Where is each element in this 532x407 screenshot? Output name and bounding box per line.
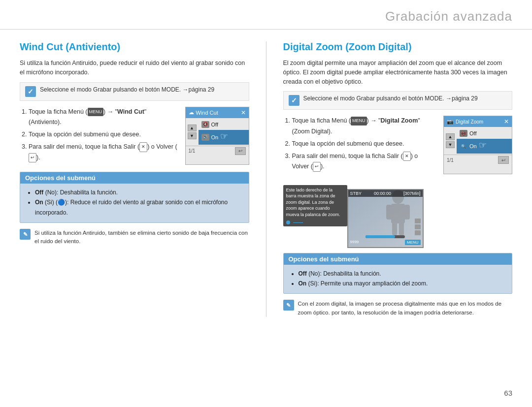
digital-zoom-option-on: On (Si): Permite una mayor ampliación de… [299, 279, 505, 288]
digital-zoom-off-label: Off [469, 130, 476, 136]
camera-zoom-fill [366, 235, 395, 238]
svg-rect-4 [392, 222, 397, 235]
digital-zoom-back-btn[interactable]: ↩ [498, 156, 509, 164]
digital-zoom-arrow-up[interactable]: ▲ [446, 133, 455, 140]
wind-cut-menu-header: ☁ Wind Cut ✕ [186, 107, 249, 118]
digital-zoom-title: Digital Zoom (Zoom Digital) [283, 41, 513, 53]
digital-zoom-steps: Toque la ficha Menú (MENU) → "Digital Zo… [283, 116, 437, 174]
wind-cut-menu-items: 🔇 Off 🔊 On ☞ [199, 118, 249, 146]
camera-icon-1 [415, 219, 421, 223]
wind-cut-step-1: Toque la ficha Menú (MENU) → "Wind Cut" … [29, 107, 178, 128]
wind-cut-option-off: Off (No): Deshabilita la función. [35, 188, 242, 197]
svg-rect-3 [404, 205, 410, 219]
wind-cut-menu-ui: ☁ Wind Cut ✕ ▲ ▼ 🔇 Off [185, 107, 249, 165]
camera-remaining: [307Min] [403, 191, 421, 196]
svg-rect-1 [391, 204, 405, 223]
wind-cut-step-3: Para salir del menú, toque la ficha Sali… [29, 142, 178, 163]
camera-screen: STBY 00:00:00 [307Min] 9999 MENU [347, 189, 424, 248]
menu-title-icon: ☁ [189, 109, 194, 116]
digital-zoom-mode-note: ✓ Seleccione el modo Grabar pulsando el … [283, 91, 513, 110]
page-title: Grabación avanzada [385, 9, 512, 24]
digital-zoom-mode-text: Seleccione el modo Grabar pulsando el bo… [303, 95, 478, 102]
wind-cut-off-label: Off [211, 122, 218, 127]
tooltip-connector [286, 220, 344, 224]
digital-zoom-section: Digital Zoom (Zoom Digital) El zoom digi… [283, 41, 513, 317]
wind-cut-section: Wind Cut (Antiviento) Si utiliza la func… [20, 41, 249, 317]
wind-cut-option-on: On (Si) (🔵): Reduce el ruido del viento … [35, 197, 242, 218]
camera-screen-inner [348, 190, 423, 247]
wind-cut-off-icon: 🔇 [201, 121, 209, 128]
wind-cut-menu-body: ▲ ▼ 🔇 Off 🔊 On ☞ [186, 118, 249, 146]
digital-zoom-menu-close[interactable]: ✕ [504, 118, 509, 125]
wind-cut-intro: Si utiliza la función Antiruido, puede r… [20, 59, 249, 77]
wind-cut-steps: Toque la ficha Menú (MENU) → "Wind Cut" … [20, 107, 178, 165]
wind-cut-on-label: On [211, 134, 219, 140]
digital-zoom-menu-item-off[interactable]: 📵 Off [457, 128, 512, 139]
digital-zoom-steps-area: Toque la ficha Menú (MENU) → "Digital Zo… [283, 116, 513, 174]
column-divider [266, 41, 266, 317]
digital-zoom-step-2: Toque la opción del submenú que desee. [292, 139, 437, 149]
wind-cut-mode-note: ✓ Seleccione el modo Grabar pulsando el … [20, 82, 249, 101]
finger-on: ☞ [220, 131, 228, 142]
camera-sidebar-icons [415, 219, 421, 235]
camera-zoom-bar [366, 235, 405, 238]
wind-cut-menu-close[interactable]: ✕ [241, 109, 246, 116]
digital-zoom-off-icon: 📵 [460, 130, 467, 137]
wind-cut-menu-title: Wind Cut [196, 110, 241, 116]
digital-zoom-intro: El zoom digital permite una mayor amplia… [283, 59, 513, 86]
wind-cut-on-icon: 🔊 [201, 134, 209, 141]
digital-zoom-option-off: Off (No): Deshabilita la función. [299, 269, 505, 279]
page-header: Grabación avanzada [0, 0, 532, 30]
camera-icon-2 [415, 224, 421, 229]
digital-zoom-bottom-note-text: Con el zoom digital, la imagen se proces… [298, 300, 513, 317]
digital-zoom-page: 1/1 [447, 157, 454, 163]
camera-stby: STBY [350, 191, 362, 196]
digital-zoom-on-label: On [469, 143, 477, 149]
note-icon-pencil: ✎ [20, 229, 31, 240]
zoom-tooltip: Este lado derecho de la barra muestra la… [283, 185, 347, 227]
digital-zoom-submenu-title: Opciones del submenú [284, 253, 512, 265]
wind-cut-submenu-box: Opciones del submenú Off (No): Deshabili… [20, 172, 249, 223]
digital-zoom-step-1: Toque la ficha Menú (MENU) → "Digital Zo… [292, 116, 437, 137]
digital-zoom-menu-arrows: ▲ ▼ [444, 127, 457, 155]
wind-cut-title: Wind Cut (Antiviento) [20, 41, 249, 53]
wind-cut-menu-item-on[interactable]: 🔊 On ☞ [199, 130, 249, 145]
note-icon-pencil-2: ✎ [283, 300, 294, 311]
digital-zoom-menu-items: 📵 Off 🔍 On ☞ [457, 127, 512, 155]
camera-icon-3 [415, 230, 421, 235]
digital-zoom-submenu-box: Opciones del submenú Off (No): Deshabili… [283, 253, 513, 294]
finger-zoom-on: ☞ [479, 140, 487, 151]
digital-zoom-arrow-down[interactable]: ▼ [446, 141, 455, 148]
svg-rect-2 [386, 205, 392, 219]
camera-counter: 9999 [350, 240, 359, 244]
wind-cut-page: 1/1 [189, 148, 196, 154]
digital-zoom-menu-header: 📷 Digital Zoom ✕ [444, 116, 512, 127]
wind-cut-step-2: Toque la opción del submenú que desee. [29, 129, 178, 140]
camera-display-area: Este lado derecho de la barra muestra la… [283, 185, 513, 248]
digital-zoom-step-3: Para salir del menú, toque la ficha Sali… [292, 151, 437, 172]
wind-cut-mode-text: Seleccione el modo Grabar pulsando el bo… [40, 86, 214, 93]
digital-zoom-menu-ui: 📷 Digital Zoom ✕ ▲ ▼ 📵 Off [443, 116, 512, 174]
digital-zoom-bottom-note: ✎ Con el zoom digital, la imagen se proc… [283, 300, 513, 317]
digital-zoom-menu-body: ▲ ▼ 📵 Off 🔍 On ☞ [444, 127, 512, 155]
digital-zoom-menu-item-on[interactable]: 🔍 On ☞ [457, 139, 512, 154]
page-number: 63 [504, 389, 512, 397]
note-icon-check: ✓ [25, 86, 36, 97]
note-icon-check-2: ✓ [289, 95, 299, 106]
wind-cut-back-btn[interactable]: ↩ [235, 147, 246, 155]
wind-cut-arrow-up[interactable]: ▲ [188, 125, 197, 131]
menu-label[interactable]: MENU [405, 240, 421, 245]
tooltip-line [293, 222, 303, 223]
zoom-tooltip-text: Este lado derecho de la barra muestra la… [286, 188, 340, 217]
camera-hud: STBY 00:00:00 [307Min] [348, 190, 423, 197]
digital-zoom-menu-icon: 📷 [447, 119, 454, 125]
digital-zoom-menu-footer: 1/1 ↩ [444, 155, 512, 165]
wind-cut-menu-footer: 1/1 ↩ [186, 146, 249, 156]
wind-cut-bottom-note: ✎ Si utiliza la función Antiruido, tambi… [20, 229, 249, 246]
wind-cut-menu-item-off[interactable]: 🔇 Off [199, 119, 249, 130]
wind-cut-steps-area: Toque la ficha Menú (MENU) → "Wind Cut" … [20, 107, 249, 165]
wind-cut-arrow-down[interactable]: ▼ [188, 132, 197, 139]
wind-cut-menu-arrows: ▲ ▼ [186, 118, 199, 146]
wind-cut-bottom-note-text: Si utiliza la función Antiruido, también… [34, 229, 249, 246]
svg-rect-5 [399, 222, 404, 235]
